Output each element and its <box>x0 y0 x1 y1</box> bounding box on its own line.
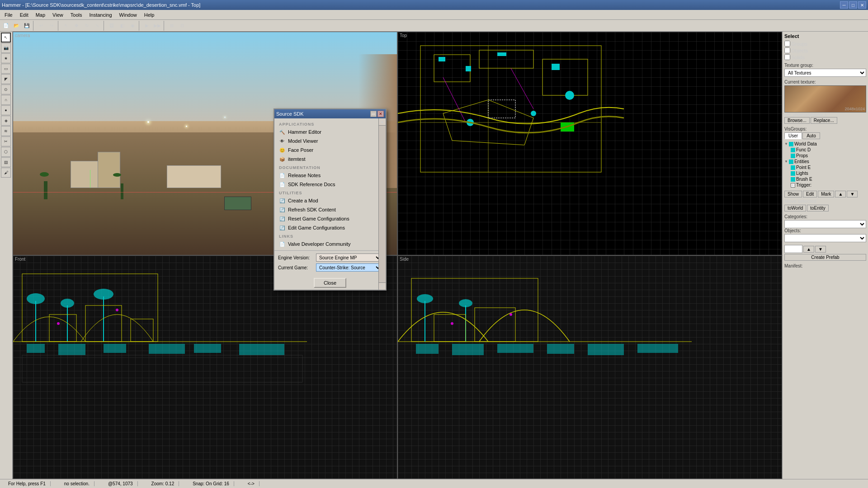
pointer-tool[interactable]: ↖ <box>1 33 11 42</box>
trigger-item[interactable]: □ Trigger: <box>791 182 866 188</box>
scale-btn[interactable]: ⤡ <box>92 21 102 31</box>
manifest-label: Manifest: <box>784 263 866 268</box>
sdk-body: APPLICATIONS 🔨 Hammer Editor 👁 Model Vie… <box>274 118 386 250</box>
grid-btn[interactable]: ⊞ <box>167 21 177 31</box>
new-btn[interactable]: 📄 <box>1 21 11 31</box>
num-input[interactable]: 0 <box>784 245 802 253</box>
select-btn[interactable]: ↖ <box>61 21 71 31</box>
texture-btn[interactable]: 🖼 <box>107 21 117 31</box>
viewport-side[interactable]: Side <box>397 255 782 479</box>
release-notes-item[interactable]: 📄 Release Notes <box>274 171 386 180</box>
viewport-top[interactable]: Top <box>397 32 782 255</box>
svg-line-15 <box>511 68 533 109</box>
num-down-btn[interactable]: ▼ <box>815 246 826 253</box>
sdk-reference-item[interactable]: 📄 SDK Reference Docs <box>274 180 386 189</box>
clip-tool[interactable]: ✂ <box>1 136 11 146</box>
vertex-btn[interactable]: ◉ <box>127 21 137 31</box>
itemtest-item[interactable]: 📦 itemtest <box>274 155 386 164</box>
props-item[interactable]: ✓ Props <box>791 153 866 159</box>
menu-view[interactable]: View <box>49 11 67 19</box>
entities-item[interactable]: ▼ ✓ Entities <box>784 159 866 164</box>
compile-btn[interactable]: ▶ <box>142 21 152 31</box>
release-notes-label: Release Notes <box>288 173 321 178</box>
arch-tool[interactable]: ∩ <box>1 95 11 105</box>
valve-dev-item[interactable]: 📄 Valve Developer Community <box>274 239 386 249</box>
model-viewer-item[interactable]: 👁 Model Viewer <box>274 136 386 145</box>
create-mod-item[interactable]: 🔄 Create a Mod <box>274 196 386 205</box>
menu-window[interactable]: Window <box>116 11 141 19</box>
func-d-item[interactable]: ✓ Func D <box>791 147 866 153</box>
brush-e-item[interactable]: ✓ Brush E <box>791 176 866 182</box>
show-button[interactable]: Show <box>784 191 802 197</box>
open-btn[interactable]: 📂 <box>11 21 21 31</box>
close-button[interactable]: ✕ <box>858 1 866 9</box>
undo-btn[interactable]: ↩ <box>36 21 46 31</box>
select-row: Groups <box>784 41 866 47</box>
solids-checkbox[interactable] <box>784 54 790 60</box>
decal-tool[interactable]: ◈ <box>1 116 11 126</box>
user-tab[interactable]: User <box>784 132 802 139</box>
menu-instancing[interactable]: Instancing <box>85 11 115 19</box>
face-btn[interactable]: ◧ <box>117 21 127 31</box>
itemtest-label: itemtest <box>288 156 306 162</box>
down-arrow-btn[interactable]: ▼ <box>847 191 858 197</box>
groups-checkbox[interactable] <box>784 41 790 47</box>
engine-version-select[interactable]: Source Engine MP <box>316 253 382 262</box>
camera-tool[interactable]: 📷 <box>1 43 11 53</box>
objects-select[interactable] <box>784 234 866 242</box>
svg-rect-33 <box>104 344 126 353</box>
cylinder-tool[interactable]: ⊙ <box>1 84 11 94</box>
auto-tab[interactable]: Auto <box>802 132 820 139</box>
objects-checkbox[interactable] <box>784 47 790 53</box>
refresh-sdk-item[interactable]: 🔄 Refresh SDK Content <box>274 205 386 214</box>
sdk-close-button[interactable]: Close <box>314 278 346 288</box>
minimize-button[interactable]: ─ <box>840 1 848 9</box>
reset-game-config-item[interactable]: 🔄 Reset Game Configurations <box>274 214 386 223</box>
entity-tool[interactable]: ★ <box>1 53 11 63</box>
menu-map[interactable]: Map <box>32 11 49 19</box>
maximize-button[interactable]: □ <box>849 1 857 9</box>
snap-btn[interactable]: ⊟ <box>177 21 187 31</box>
up-arrow-btn[interactable]: ▲ <box>835 191 846 197</box>
replace-button[interactable]: Replace... <box>811 117 837 124</box>
displacement-tool[interactable]: ≋ <box>1 126 11 136</box>
edit-button[interactable]: Edit <box>803 191 817 197</box>
world-data-item[interactable]: ▼ ✓ World Data <box>784 141 866 147</box>
sdk-close-btn[interactable]: ✕ <box>377 111 384 117</box>
to-world-button[interactable]: toWorld <box>784 205 806 211</box>
lights-item[interactable]: ✓ Lights <box>791 170 866 176</box>
texture-group-select[interactable]: All Textures <box>784 69 866 77</box>
browse-button[interactable]: Browse... <box>784 117 810 124</box>
overlay-tool[interactable]: ▤ <box>1 157 11 167</box>
run-btn[interactable]: ▶▶ <box>152 21 162 31</box>
save-btn[interactable]: 💾 <box>22 21 32 31</box>
wedge-tool[interactable]: ◤ <box>1 74 11 84</box>
to-entity-button[interactable]: toEntity <box>807 205 828 211</box>
menu-edit[interactable]: Edit <box>16 11 32 19</box>
categories-select[interactable] <box>784 220 866 228</box>
edit-game-config-item[interactable]: 🔄 Edit Game Configurations <box>274 223 386 232</box>
categories-label: Categories: <box>784 214 866 219</box>
menu-tools[interactable]: Tools <box>67 11 86 19</box>
num-up-btn[interactable]: ▲ <box>803 246 814 253</box>
hammer-editor-item[interactable]: 🔨 Hammer Editor <box>274 127 386 136</box>
sphere-tool[interactable]: ● <box>1 105 11 115</box>
path-tool[interactable]: ⬡ <box>1 147 11 157</box>
sdk-scroll-up[interactable]: ▲ <box>379 118 386 126</box>
sdk-minimize-btn[interactable]: ─ <box>370 111 377 117</box>
move-btn[interactable]: ✥ <box>71 21 81 31</box>
rotate-btn[interactable]: ↻ <box>82 21 92 31</box>
mark-button[interactable]: Mark <box>818 191 834 197</box>
face-poser-item[interactable]: 😊 Face Poser <box>274 145 386 155</box>
menu-file[interactable]: File <box>1 11 16 19</box>
manifest-section: Manifest: <box>784 263 866 268</box>
menu-help[interactable]: Help <box>141 11 158 19</box>
point-e-item[interactable]: ✓ Point E <box>791 164 866 170</box>
paint-tool[interactable]: 🖌 <box>1 168 11 178</box>
current-game-select[interactable]: Counter-Strike: Source <box>316 263 382 272</box>
sdk-footer: Engine Version: Source Engine MP Current… <box>274 250 386 276</box>
redo-btn[interactable]: ↪ <box>47 21 57 31</box>
svg-rect-3 <box>542 59 588 95</box>
create-prefab-button[interactable]: Create Prefab <box>784 254 866 261</box>
block-tool[interactable]: ▭ <box>1 64 11 74</box>
